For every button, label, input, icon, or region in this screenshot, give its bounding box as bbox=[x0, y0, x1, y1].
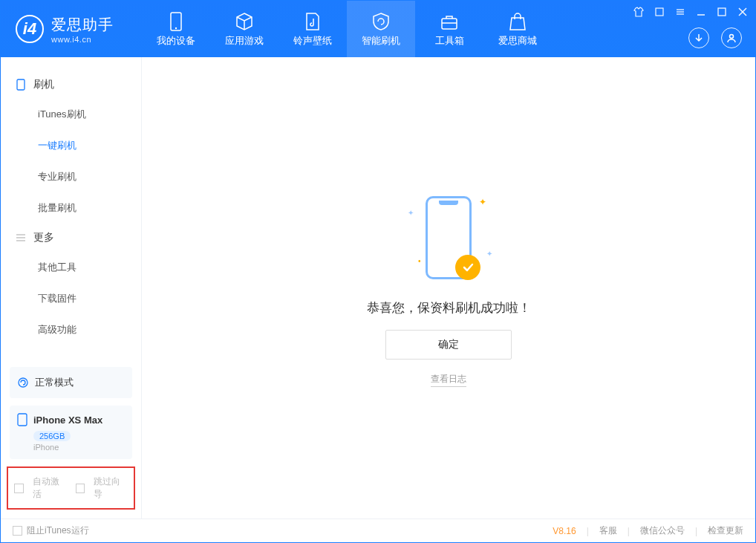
phone-icon bbox=[166, 11, 186, 32]
success-message: 恭喜您，保资料刷机成功啦！ bbox=[367, 299, 531, 316]
nav-label: 铃声壁纸 bbox=[293, 34, 332, 48]
minimize-icon[interactable] bbox=[696, 7, 706, 17]
sidebar-item-batch-flash[interactable]: 批量刷机 bbox=[1, 192, 141, 224]
refresh-icon bbox=[17, 377, 29, 388]
nav-label: 我的设备 bbox=[157, 34, 195, 48]
nav-store[interactable]: 爱思商城 bbox=[483, 1, 552, 57]
app-name: 爱思助手 bbox=[51, 15, 114, 35]
settings-icon[interactable] bbox=[654, 7, 665, 17]
nav-label: 智能刷机 bbox=[362, 34, 400, 48]
footer-left: 阻止iTunes运行 bbox=[13, 524, 89, 537]
sidebar-item-itunes-flash[interactable]: iTunes刷机 bbox=[1, 99, 141, 130]
view-log-link[interactable]: 查看日志 bbox=[431, 373, 466, 387]
sidebar-item-advanced[interactable]: 高级功能 bbox=[1, 314, 141, 345]
maximize-icon[interactable] bbox=[717, 7, 727, 17]
sidebar-group-label: 更多 bbox=[33, 231, 54, 244]
checkbox-auto-activate[interactable] bbox=[14, 484, 24, 493]
body: 刷机 iTunes刷机 一键刷机 专业刷机 批量刷机 更多 其他工具 下载固件 … bbox=[1, 57, 755, 518]
device-name: iPhone XS Max bbox=[33, 414, 102, 426]
device-card[interactable]: iPhone XS Max 256GB iPhone bbox=[10, 406, 132, 459]
titlebar: i4 爱思助手 www.i4.cn 我的设备 应用游戏 铃声壁纸 智能刷机 bbox=[1, 1, 755, 57]
logo-text: 爱思助手 www.i4.cn bbox=[51, 15, 114, 44]
svg-rect-18 bbox=[18, 414, 27, 426]
sparkle-icon: ✦ bbox=[479, 197, 486, 207]
sidebar-group-more: 更多 bbox=[1, 224, 141, 252]
sidebar: 刷机 iTunes刷机 一键刷机 专业刷机 批量刷机 更多 其他工具 下载固件 … bbox=[1, 57, 142, 518]
main-content: ✦ ✦ • ✦ 恭喜您，保资料刷机成功啦！ 确定 查看日志 bbox=[142, 57, 755, 518]
sidebar-item-pro-flash[interactable]: 专业刷机 bbox=[1, 161, 141, 192]
menu-icon[interactable] bbox=[675, 7, 685, 17]
footer-link-update[interactable]: 检查更新 bbox=[708, 524, 743, 537]
cube-icon bbox=[234, 11, 255, 32]
block-itunes-label: 阻止iTunes运行 bbox=[27, 524, 89, 537]
status-label: 正常模式 bbox=[35, 376, 74, 389]
nav-label: 应用游戏 bbox=[225, 34, 264, 48]
shield-refresh-icon bbox=[371, 11, 391, 32]
checkbox-skip-guide[interactable] bbox=[76, 484, 85, 493]
ok-button[interactable]: 确定 bbox=[385, 330, 512, 360]
svg-rect-2 bbox=[442, 19, 457, 29]
nav-flash[interactable]: 智能刷机 bbox=[347, 1, 415, 57]
sidebar-group-label: 刷机 bbox=[33, 78, 54, 91]
svg-rect-4 bbox=[656, 8, 663, 16]
nav-label: 工具箱 bbox=[435, 34, 464, 48]
nav-apps[interactable]: 应用游戏 bbox=[210, 1, 278, 57]
download-button[interactable] bbox=[688, 27, 709, 48]
window-controls bbox=[633, 7, 748, 17]
device-icon bbox=[17, 413, 27, 426]
device-mode-status[interactable]: 正常模式 bbox=[10, 367, 132, 398]
music-file-icon bbox=[302, 11, 323, 32]
list-icon bbox=[16, 233, 26, 243]
footer-link-wechat[interactable]: 微信公众号 bbox=[640, 524, 685, 537]
svg-point-17 bbox=[19, 378, 27, 387]
phone-small-icon bbox=[16, 79, 26, 90]
auto-activate-label: 自动激活 bbox=[33, 475, 67, 501]
version-label: V8.16 bbox=[553, 526, 576, 536]
app-window: i4 爱思助手 www.i4.cn 我的设备 应用游戏 铃声壁纸 智能刷机 bbox=[0, 0, 756, 543]
device-capacity: 256GB bbox=[33, 431, 71, 441]
account-button[interactable] bbox=[721, 27, 742, 48]
app-url: www.i4.cn bbox=[51, 35, 114, 44]
nav-ringtones[interactable]: 铃声壁纸 bbox=[278, 1, 347, 57]
nav-my-device[interactable]: 我的设备 bbox=[142, 1, 210, 57]
footer: 阻止iTunes运行 V8.16 | 客服 | 微信公众号 | 检查更新 bbox=[1, 518, 755, 542]
nav-label: 爱思商城 bbox=[498, 34, 537, 48]
sidebar-item-download-firmware[interactable]: 下载固件 bbox=[1, 283, 141, 314]
skip-guide-label: 跳过向导 bbox=[94, 475, 128, 501]
footer-link-support[interactable]: 客服 bbox=[599, 524, 617, 537]
svg-point-12 bbox=[730, 35, 734, 39]
svg-rect-9 bbox=[718, 8, 726, 16]
checkbox-block-itunes[interactable] bbox=[13, 526, 22, 536]
logo: i4 爱思助手 www.i4.cn bbox=[1, 1, 142, 57]
sidebar-group-flash: 刷机 bbox=[1, 71, 141, 99]
shirt-icon[interactable] bbox=[633, 7, 644, 17]
svg-rect-13 bbox=[17, 79, 25, 90]
footer-right: V8.16 | 客服 | 微信公众号 | 检查更新 bbox=[553, 524, 743, 537]
bag-icon bbox=[507, 11, 528, 32]
nav-toolbox[interactable]: 工具箱 bbox=[415, 1, 483, 57]
device-type: iPhone bbox=[33, 443, 125, 452]
svg-point-1 bbox=[175, 27, 177, 28]
titlebar-actions bbox=[688, 27, 742, 48]
logo-icon: i4 bbox=[16, 15, 44, 43]
success-illustration: ✦ ✦ • ✦ bbox=[400, 189, 497, 286]
sparkle-icon: • bbox=[418, 257, 421, 265]
sparkle-icon: ✦ bbox=[408, 209, 414, 217]
flash-options-highlight: 自动激活 跳过向导 bbox=[7, 466, 135, 510]
close-icon[interactable] bbox=[737, 7, 748, 17]
toolbox-icon bbox=[439, 11, 460, 32]
top-nav: 我的设备 应用游戏 铃声壁纸 智能刷机 工具箱 爱思商城 bbox=[142, 1, 552, 57]
checkmark-badge-icon bbox=[455, 255, 480, 280]
sidebar-item-other-tools[interactable]: 其他工具 bbox=[1, 252, 141, 283]
device-name-row: iPhone XS Max bbox=[17, 413, 125, 426]
sparkle-icon: ✦ bbox=[486, 250, 492, 258]
sidebar-item-oneclick-flash[interactable]: 一键刷机 bbox=[1, 130, 141, 161]
